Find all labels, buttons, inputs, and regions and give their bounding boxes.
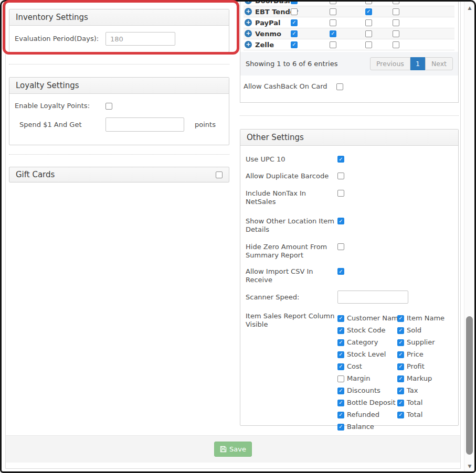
content-right-border [460, 0, 461, 468]
tender-name-cell: Zelle [244, 41, 287, 49]
enable-loyalty-label: Enable Loyalty Points: [15, 102, 105, 110]
points-input[interactable] [105, 117, 184, 132]
other-setting-row: Show Other Location Item Details [246, 217, 453, 234]
tender-option-cell [361, 41, 388, 48]
tender-option-cell [287, 41, 325, 48]
expand-plus-icon[interactable] [245, 41, 252, 48]
column-visibility-checkbox[interactable] [337, 339, 344, 346]
table-showing-info: Showing 1 to 6 of 6 entries [246, 60, 337, 68]
column-visibility-checkbox[interactable] [397, 327, 404, 334]
gift-cards-checkbox[interactable] [216, 171, 223, 178]
column-visibility-checkbox[interactable] [397, 339, 404, 346]
enable-loyalty-checkbox[interactable] [105, 103, 112, 110]
save-button[interactable]: Save [214, 442, 252, 457]
column-visibility-checkbox[interactable] [337, 424, 344, 431]
column-visibility-label: Cost [347, 362, 362, 371]
other-setting-row: Include NonTax In NetSales [246, 189, 453, 206]
expand-plus-icon[interactable] [245, 0, 252, 4]
tender-row: Venmo [244, 28, 454, 39]
settings-page: Inventory Settings Evaluation Period(Day… [0, 0, 476, 473]
other-setting-checkbox[interactable] [337, 218, 344, 224]
column-visibility-item: Markup [397, 372, 445, 384]
pagination-page-1-button[interactable]: 1 [410, 57, 425, 70]
pagination-next-button[interactable]: Next [425, 57, 453, 70]
tender-option-cell [325, 0, 361, 4]
tender-option-checkbox[interactable] [365, 0, 372, 4]
scroll-up-arrow-icon[interactable]: ▲ [464, 4, 475, 12]
tender-option-checkbox[interactable] [330, 30, 336, 37]
tender-name-cell: Venmo [244, 30, 287, 38]
column-visibility-item: Category [337, 336, 397, 348]
column-visibility-checkbox[interactable] [337, 375, 344, 382]
scrollbar-track[interactable]: ▲ ▼ [464, 2, 474, 471]
column-visibility-label: Discounts [347, 386, 380, 395]
column-visibility-label: Profit [407, 362, 425, 371]
column-visibility-checkbox[interactable] [337, 388, 344, 394]
tender-option-checkbox[interactable] [393, 30, 399, 37]
other-setting-label: Include NonTax In NetSales [246, 189, 337, 206]
column-visibility-checkbox[interactable] [337, 412, 344, 418]
tender-option-checkbox[interactable] [365, 41, 372, 48]
other-setting-checkbox[interactable] [337, 173, 344, 179]
column-visibility-item: Customer Name [337, 312, 397, 324]
column-visibility-checkbox[interactable] [337, 351, 344, 358]
other-setting-label: Use UPC 10 [246, 155, 337, 164]
gift-cards-title: Gift Cards [16, 170, 55, 179]
column-visibility-checkbox[interactable] [337, 400, 344, 406]
tender-name: PayPal [255, 19, 280, 27]
column-visibility-checkbox[interactable] [397, 412, 404, 418]
expand-plus-icon[interactable] [245, 19, 252, 26]
tender-option-checkbox[interactable] [365, 8, 372, 15]
expand-plus-icon[interactable] [245, 30, 252, 37]
tender-option-checkbox[interactable] [291, 0, 298, 4]
tender-option-checkbox[interactable] [330, 0, 336, 4]
tender-option-checkbox[interactable] [393, 19, 399, 26]
evaluation-period-input[interactable] [105, 32, 175, 46]
column-visibility-checkbox[interactable] [397, 351, 404, 358]
inventory-settings-title: Inventory Settings [16, 13, 88, 22]
other-setting-row: Hide Zero Amount From Summary Report [246, 243, 453, 260]
tender-option-checkbox[interactable] [393, 0, 399, 4]
allow-cashback-label: Allow CashBack On Card [244, 82, 336, 91]
column-visibility-checkbox[interactable] [337, 363, 344, 370]
tender-row-clipped: DoorDash [244, 0, 454, 6]
payment-tender-table: DoorDashEBT TenderPayPalVenmoZelle [244, 0, 454, 50]
inventory-settings-panel: Inventory Settings Evaluation Period(Day… [9, 9, 229, 52]
tender-option-checkbox[interactable] [291, 30, 298, 37]
column-visibility-checkbox[interactable] [337, 315, 344, 322]
other-setting-checkbox[interactable] [337, 243, 344, 250]
tender-option-cell [388, 8, 454, 15]
column-visibility-checkbox[interactable] [397, 315, 404, 322]
tender-option-checkbox[interactable] [393, 41, 399, 48]
tender-name: Venmo [255, 30, 281, 38]
tender-option-checkbox[interactable] [330, 41, 336, 48]
tender-option-checkbox[interactable] [291, 19, 298, 26]
tender-option-checkbox[interactable] [330, 8, 336, 15]
column-visibility-checkbox[interactable] [397, 388, 404, 394]
pagination: Previous 1 Next [370, 57, 453, 70]
column-visibility-checkbox[interactable] [337, 327, 344, 334]
tender-option-checkbox[interactable] [291, 8, 298, 15]
pagination-previous-button[interactable]: Previous [370, 57, 410, 70]
column-visibility-grid: Customer NameStock CodeCategoryStock Lev… [337, 312, 445, 433]
column-visibility-label: Item Name [407, 314, 445, 322]
allow-cashback-checkbox[interactable] [336, 83, 343, 90]
other-setting-checkbox[interactable] [337, 156, 344, 163]
tender-option-checkbox[interactable] [291, 41, 298, 48]
scroll-down-arrow-icon[interactable]: ▼ [464, 462, 475, 470]
scrollbar-thumb[interactable] [466, 316, 473, 455]
expand-plus-icon[interactable] [245, 8, 252, 15]
other-setting-checkbox[interactable] [337, 190, 344, 197]
tender-option-checkbox[interactable] [365, 30, 372, 37]
tender-option-checkbox[interactable] [330, 19, 336, 26]
other-setting-row: Allow Import CSV In Receive [246, 267, 453, 284]
column-visibility-label: Tax [407, 386, 418, 395]
scanner-speed-input[interactable] [337, 291, 408, 304]
other-setting-checkbox[interactable] [337, 268, 344, 275]
column-visibility-checkbox[interactable] [397, 375, 404, 382]
column-visibility-checkbox[interactable] [397, 363, 404, 370]
tender-option-checkbox[interactable] [393, 8, 399, 15]
column-visibility-checkbox[interactable] [397, 400, 404, 406]
other-setting-label: Show Other Location Item Details [246, 217, 337, 234]
tender-option-checkbox[interactable] [365, 19, 372, 26]
